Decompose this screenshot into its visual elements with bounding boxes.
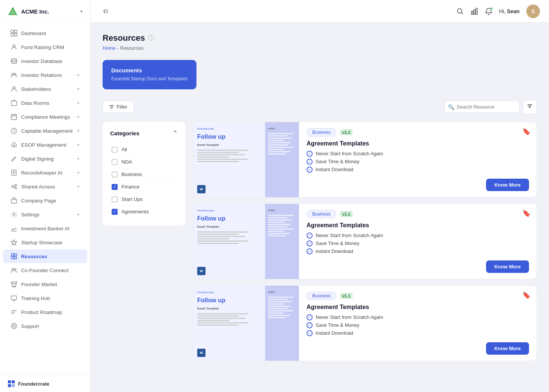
svg-rect-19: [11, 199, 17, 203]
sidebar-item-startup-showcase[interactable]: Startup Showcase: [3, 236, 87, 249]
checkbox-finance[interactable]: [112, 184, 118, 190]
svg-rect-5: [14, 34, 17, 36]
categories-panel-title: Categories: [110, 130, 140, 136]
sidebar-item-product-roadmap[interactable]: Product Roadmap: [3, 305, 87, 319]
feature-check-icon: ✓: [307, 248, 313, 254]
checkbox-nda[interactable]: [112, 159, 118, 165]
sidebar-item-support[interactable]: Support: [3, 319, 87, 333]
categories-panel-header: Categories ⌃: [110, 129, 178, 138]
nav-items: Dashboard Fund Raising CRM Investor Data…: [0, 23, 90, 375]
notification-icon[interactable]: [485, 8, 492, 15]
bookmark-icon[interactable]: 🔖: [522, 209, 531, 217]
sidebar-item-resources[interactable]: Resources: [3, 250, 87, 263]
avatar[interactable]: S: [526, 5, 540, 18]
categories-collapse-icon[interactable]: ⌃: [172, 129, 178, 138]
search-input[interactable]: [444, 101, 520, 113]
sidebar-item-cofounder[interactable]: Co-Founder Connect: [3, 263, 87, 277]
app-chevron-icon[interactable]: ▾: [80, 9, 83, 14]
category-card-documents[interactable]: Documents Essential Startup Docs and Tem…: [103, 60, 196, 89]
breadcrumb-home[interactable]: Home: [103, 45, 116, 51]
breadcrumb: Home - Resources: [103, 45, 537, 51]
know-more-button[interactable]: Know More: [486, 179, 529, 191]
chevron-down-icon: ▾: [77, 101, 80, 106]
sidebar-item-training[interactable]: Training Hub: [3, 291, 87, 305]
feature-text: Never Start from Scratch Again: [316, 314, 383, 320]
cat-option-label: NDA: [121, 159, 132, 165]
sidebar-item-company-page[interactable]: Company Page: [3, 194, 87, 207]
know-more-button[interactable]: Know More: [486, 342, 529, 355]
category-option-finance[interactable]: Finance: [110, 181, 178, 193]
nav-label: Founder Market: [21, 282, 57, 287]
sidebar-item-dashboard[interactable]: Dashboard: [3, 26, 87, 40]
nav-label: Training Hub: [21, 296, 50, 301]
nav-label: Captable Management: [21, 128, 73, 134]
category-option-business[interactable]: Business: [110, 168, 178, 181]
checkbox-startups[interactable]: [112, 196, 118, 202]
feature-check-icon: ✓: [307, 330, 313, 336]
cat-option-label: Start Ups: [121, 196, 143, 202]
category-cards: Documents Essential Startup Docs and Tem…: [103, 60, 537, 89]
sidebar-footer: Foundercrate: [0, 375, 90, 392]
svg-rect-35: [8, 384, 11, 387]
search-icon[interactable]: [456, 8, 464, 15]
chevron-down-icon: ▾: [77, 129, 80, 133]
svg-point-16: [12, 185, 14, 188]
checkbox-business[interactable]: [112, 172, 118, 178]
filter-button[interactable]: Filter: [103, 101, 134, 113]
word-icon: W: [197, 185, 205, 193]
chevron-down-icon: ▾: [77, 212, 80, 217]
bookmark-icon[interactable]: 🔖: [522, 127, 531, 136]
sidebar-item-investor-database[interactable]: Investor Database: [3, 54, 87, 68]
page-title: Resources: [103, 33, 145, 43]
sidebar-item-records[interactable]: RecordsKeeper AI ▾: [3, 166, 87, 179]
card-feature: ✓ Never Start from Scratch Again: [307, 151, 529, 157]
svg-rect-30: [11, 296, 17, 300]
sidebar-item-esop[interactable]: ESOP Management ▾: [3, 138, 87, 152]
sidebar-item-stakeholders[interactable]: Stakeholders ▾: [3, 82, 87, 96]
feature-text: instant Download: [316, 248, 353, 254]
sort-button[interactable]: [523, 100, 537, 114]
category-option-nda[interactable]: NDA: [110, 156, 178, 168]
preview-headline: Follow up: [197, 297, 261, 304]
card-info: Business v1.1 🔖 Agreement Templates ✓ Ne…: [299, 122, 537, 197]
collapse-sidebar-button[interactable]: [100, 6, 110, 17]
preview-sub: Email Template: [197, 225, 261, 228]
sidebar-item-digital-signing[interactable]: Digital Signing ▾: [3, 152, 87, 165]
preview-sub: Email Template: [197, 143, 261, 147]
checkbox-agreements[interactable]: [112, 209, 118, 215]
svg-point-10: [13, 87, 15, 89]
sidebar-item-crm[interactable]: Fund Raising CRM: [3, 40, 87, 54]
sidebar-logo[interactable]: ACME Inc. ▾: [0, 0, 90, 23]
card-title-main: Agreement Templates: [307, 140, 529, 147]
bookmark-icon[interactable]: 🔖: [522, 291, 531, 299]
know-more-button[interactable]: Know More: [486, 260, 529, 273]
sidebar-item-investment-banker[interactable]: Investment Banker AI: [3, 222, 87, 235]
feature-check-icon: ✓: [307, 314, 313, 320]
sidebar-item-shared-access[interactable]: Shared Access ▾: [3, 180, 87, 193]
feature-check-icon: ✓: [307, 167, 313, 173]
card-features: ✓ Never Start from Scratch Again ✓ Save …: [307, 314, 529, 336]
sidebar-item-data-rooms[interactable]: Data Rooms ▾: [3, 96, 87, 110]
version-badge: v1.1: [340, 211, 353, 217]
sidebar-item-founder-market[interactable]: Founder Market: [3, 277, 87, 291]
preview-headline: Follow up: [197, 215, 261, 222]
nav-label: Compliance Meetings: [21, 114, 70, 120]
svg-rect-22: [11, 254, 14, 256]
sidebar-item-compliance-meetings[interactable]: Compliance Meetings ▾: [3, 110, 87, 124]
preview-headline: Follow up: [197, 133, 261, 140]
sidebar-item-captable[interactable]: Captable Management ▾: [3, 124, 87, 138]
chevron-down-icon: ▾: [77, 73, 80, 78]
category-option-agreements[interactable]: Agreements: [110, 206, 178, 218]
sidebar-item-investor-relations[interactable]: Investor Relations ▾: [3, 68, 87, 82]
cat-option-label: Agreements: [121, 209, 149, 214]
app-name: ACME Inc.: [21, 8, 49, 15]
info-icon[interactable]: ⓘ: [148, 34, 154, 42]
category-option-startups[interactable]: Start Ups: [110, 193, 178, 206]
svg-rect-25: [14, 257, 17, 259]
category-option-all[interactable]: All: [110, 144, 178, 156]
card-info: Business v1.1 🔖 Agreement Templates ✓ Ne…: [299, 204, 537, 279]
card-preview: Foundercrate Follow up Email Template: [193, 122, 299, 197]
analytics-icon[interactable]: [471, 8, 478, 15]
checkbox-all[interactable]: [112, 147, 118, 153]
sidebar-item-settings[interactable]: Settings ▾: [3, 208, 87, 221]
